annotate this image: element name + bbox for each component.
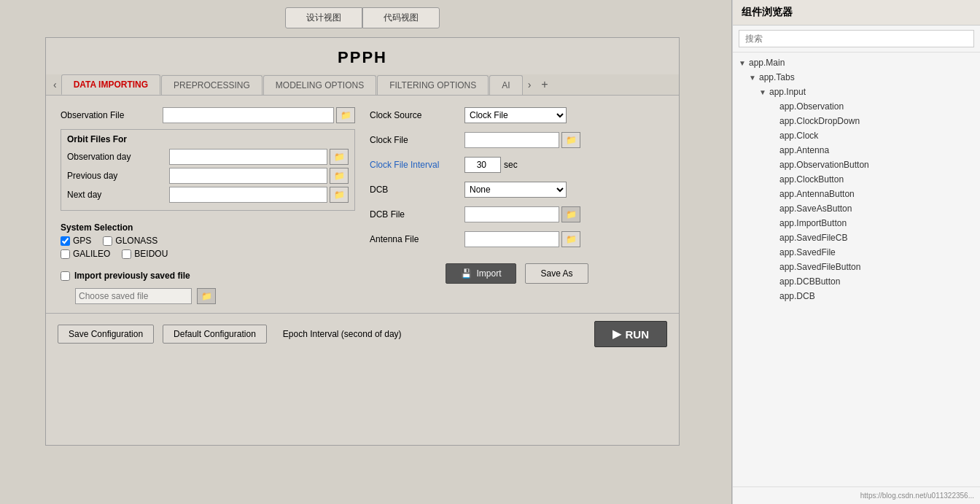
tree-item[interactable]: ▼app.Tabs — [733, 70, 980, 85]
previous-day-input[interactable] — [169, 168, 327, 184]
sidebar-header: 组件浏览器 — [733, 0, 980, 26]
clock-file-label: Clock File — [370, 135, 464, 145]
tab-preprocessing[interactable]: PREPROCESSING — [161, 75, 262, 95]
saved-file-row: Choose saved file 📁 — [75, 288, 355, 304]
v-divider[interactable] — [725, 0, 732, 504]
run-btn[interactable]: ▶ RUN — [594, 321, 668, 347]
next-day-input[interactable] — [169, 187, 327, 203]
glonass-checkbox-item[interactable]: GLONASS — [103, 236, 158, 246]
orbit-files-section: Orbit Files For Observation day 📁 Previo… — [61, 129, 355, 211]
tree-item[interactable]: app.Observation — [733, 99, 980, 114]
clock-file-row: Clock File 📁 — [370, 132, 664, 148]
glonass-checkbox[interactable] — [103, 236, 112, 246]
next-day-btn[interactable]: 📁 — [330, 187, 349, 203]
tree-item[interactable]: app.Antenna — [733, 143, 980, 158]
tree-item[interactable]: ▼app.Main — [733, 55, 980, 70]
tab-filtering-options[interactable]: FILTERING OPTIONS — [377, 75, 489, 95]
tree-item[interactable]: app.DCBButton — [733, 274, 980, 289]
import-btn[interactable]: 💾 Import — [446, 263, 516, 284]
antenna-file-btn[interactable]: 📁 — [561, 231, 580, 247]
observation-file-input[interactable] — [163, 107, 334, 123]
tab-nav-left[interactable]: ‹ — [49, 76, 61, 93]
tree-item[interactable]: app.DCB — [733, 289, 980, 303]
save-as-btn[interactable]: Save As — [525, 263, 588, 284]
right-panel: Clock Source Clock File Precise Clock Br… — [370, 107, 664, 304]
app-window: PPPH ‹ DATA IMPORTING PREPROCESSING MODE… — [45, 37, 680, 446]
tree-item[interactable]: ▼app.Input — [733, 85, 980, 99]
tree-item[interactable]: app.SavedFile — [733, 245, 980, 260]
import-saved-row: Import previously saved file — [61, 271, 355, 281]
tree-item[interactable]: app.SavedFileButton — [733, 260, 980, 274]
tree-item[interactable]: app.ClockDropDown — [733, 114, 980, 128]
beidou-checkbox-item[interactable]: BEIDOU — [122, 249, 168, 259]
observation-day-input[interactable] — [169, 149, 327, 165]
observation-file-btn[interactable]: 📁 — [336, 107, 355, 123]
tree-item[interactable]: app.SaveAsButton — [733, 201, 980, 216]
import-icon: 💾 — [461, 268, 472, 279]
dcb-file-input[interactable] — [464, 206, 559, 222]
saved-file-btn[interactable]: 📁 — [197, 288, 216, 304]
tree-item[interactable]: app.AntennaButton — [733, 187, 980, 201]
observation-file-label: Observation File — [61, 110, 163, 120]
gps-checkbox-item[interactable]: GPS — [61, 236, 91, 246]
next-day-row: Next day 📁 — [67, 187, 349, 203]
dcb-file-btn[interactable]: 📁 — [561, 206, 580, 222]
previous-day-btn[interactable]: 📁 — [330, 168, 349, 184]
epoch-label: Epoch Interval (second of day) — [283, 329, 402, 339]
left-panel: Observation File 📁 Orbit Files For Obser… — [61, 107, 355, 304]
clock-source-row: Clock Source Clock File Precise Clock Br… — [370, 107, 664, 123]
sidebar-search-input[interactable] — [739, 30, 974, 47]
tab-modeling-options[interactable]: MODELING OPTIONS — [263, 75, 376, 95]
next-day-label: Next day — [67, 190, 169, 200]
save-config-btn[interactable]: Save Configuration — [58, 325, 154, 344]
galileo-checkbox[interactable] — [61, 249, 70, 259]
observation-day-label: Observation day — [67, 152, 169, 162]
tree-item[interactable]: app.ClockButton — [733, 172, 980, 187]
tab-content: Observation File 📁 Orbit Files For Obser… — [46, 96, 679, 313]
tab-nav-right[interactable]: › — [524, 76, 536, 93]
tab-data-importing[interactable]: DATA IMPORTING — [61, 74, 160, 95]
clock-interval-unit: sec — [504, 160, 518, 170]
system-selection-title: System Selection — [61, 222, 355, 233]
top-toolbar: 设计视图 代码视图 — [285, 7, 440, 28]
previous-day-row: Previous day 📁 — [67, 168, 349, 184]
beidou-checkbox[interactable] — [122, 249, 131, 259]
antenna-file-row: Antenna File 📁 — [370, 231, 664, 247]
observation-file-row: Observation File 📁 — [61, 107, 355, 123]
code-view-btn[interactable]: 代码视图 — [362, 7, 440, 28]
clock-interval-input[interactable] — [464, 157, 501, 173]
clock-file-btn[interactable]: 📁 — [561, 132, 580, 148]
tree-item[interactable]: app.SavedFileCB — [733, 230, 980, 245]
design-view-btn[interactable]: 设计视图 — [285, 7, 362, 28]
import-saved-checkbox[interactable] — [61, 271, 70, 281]
checkbox-row-1: GPS GLONASS — [61, 236, 355, 246]
previous-day-label: Previous day — [67, 171, 169, 181]
tab-add-btn[interactable]: + — [535, 75, 553, 94]
observation-day-btn[interactable]: 📁 — [330, 149, 349, 165]
clock-interval-row: Clock File Interval sec — [370, 157, 664, 173]
clock-source-select[interactable]: Clock File Precise Clock Broadcast — [464, 107, 567, 123]
checkbox-row-2: GALILEO BEIDOU — [61, 249, 355, 259]
run-play-icon: ▶ — [612, 327, 621, 341]
tabs-bar: ‹ DATA IMPORTING PREPROCESSING MODELING … — [46, 74, 679, 96]
bottom-bar: Save Configuration Default Configuration… — [46, 313, 679, 354]
saved-file-input[interactable] — [75, 288, 192, 304]
tree-item[interactable]: app.ImportButton — [733, 216, 980, 230]
tree-item[interactable]: app.Clock — [733, 128, 980, 143]
sidebar: 组件浏览器 ▼app.Main▼app.Tabs▼app.Inputapp.Ob… — [732, 0, 980, 504]
clock-file-input[interactable] — [464, 132, 559, 148]
tab-ai[interactable]: AI — [489, 75, 522, 95]
observation-day-row: Observation day 📁 — [67, 149, 349, 165]
dcb-select[interactable]: None P1P2 P1C1 — [464, 182, 567, 198]
tree-item[interactable]: app.ObservationButton — [733, 158, 980, 172]
orbit-files-title: Orbit Files For — [67, 134, 349, 144]
gps-checkbox[interactable] — [61, 236, 70, 246]
clock-source-label: Clock Source — [370, 110, 464, 120]
antenna-file-input[interactable] — [464, 231, 559, 247]
sidebar-search — [733, 26, 980, 53]
clock-interval-label: Clock File Interval — [370, 160, 464, 170]
main-area: 设计视图 代码视图 PPPH ‹ DATA IMPORTING PREPROCE… — [0, 0, 725, 504]
galileo-checkbox-item[interactable]: GALILEO — [61, 249, 110, 259]
default-config-btn[interactable]: Default Configuration — [163, 325, 267, 344]
sidebar-tree: ▼app.Main▼app.Tabs▼app.Inputapp.Observat… — [733, 53, 980, 486]
